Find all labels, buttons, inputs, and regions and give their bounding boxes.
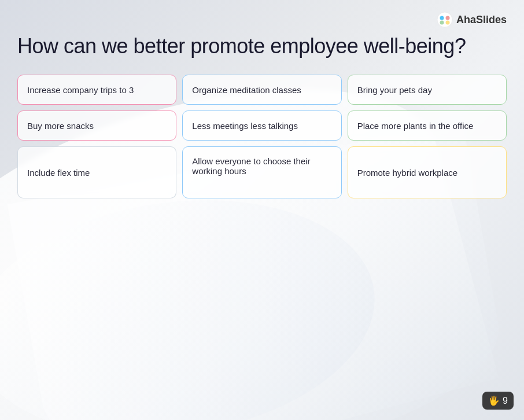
card-less-meetings[interactable]: Less meetings less talkings [182, 110, 341, 141]
card-flex-time[interactable]: Include flex time [17, 146, 176, 198]
card-working-hours[interactable]: Allow everyone to choose their working h… [182, 146, 341, 198]
svg-point-0 [437, 12, 452, 27]
page-title: How can we better promote employee well-… [17, 34, 507, 58]
card-hybrid[interactable]: Promote hybrid workplace [348, 146, 507, 198]
card-increase-trips[interactable]: Increase company trips to 3 [17, 75, 176, 105]
card-meditation[interactable]: Organize meditation classes [182, 75, 341, 105]
response-count-badge: 🖐 9 [482, 392, 514, 410]
card-pets-day[interactable]: Bring your pets day [348, 75, 507, 105]
hand-icon: 🖐 [488, 395, 500, 406]
ahaslides-logo-icon [437, 12, 453, 28]
logo: AhaSlides [437, 12, 507, 28]
svg-point-1 [440, 16, 444, 20]
logo-text: AhaSlides [456, 14, 507, 26]
cards-grid: Increase company trips to 3 Organize med… [17, 75, 507, 198]
svg-point-3 [440, 21, 444, 25]
svg-point-4 [445, 21, 449, 25]
card-buy-snacks[interactable]: Buy more snacks [17, 110, 176, 141]
response-count: 9 [503, 396, 508, 406]
card-plants[interactable]: Place more plants in the office [348, 110, 507, 141]
header: AhaSlides [17, 12, 507, 28]
svg-point-2 [445, 16, 449, 20]
